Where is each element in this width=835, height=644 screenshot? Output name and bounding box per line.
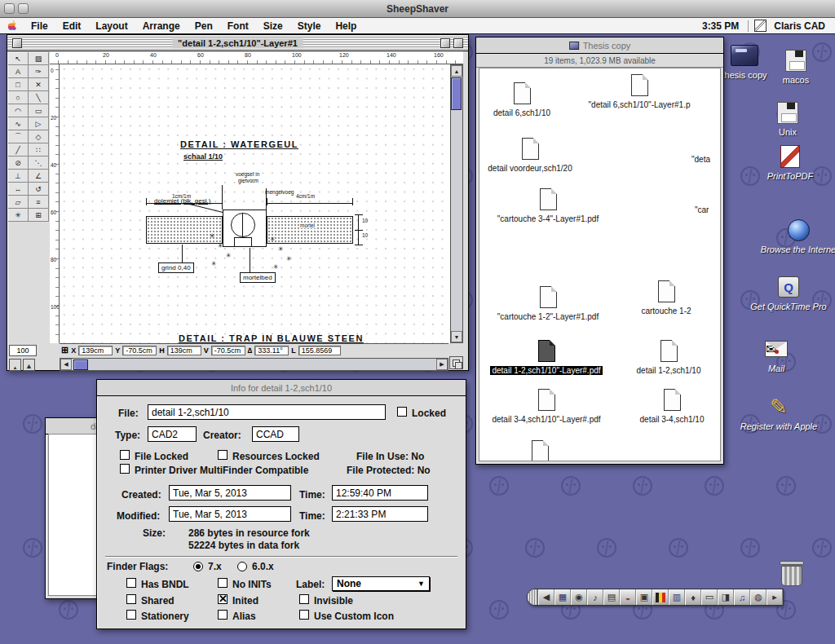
- document-icon[interactable]: [538, 389, 555, 411]
- menu-clock[interactable]: 3:35 PM: [699, 20, 742, 32]
- cad-tool-icon-4[interactable]: □: [8, 78, 29, 91]
- horizontal-scrollbar[interactable]: ◀ ▶: [60, 358, 448, 371]
- file-label[interactable]: "cartouche 1-2"-Layer#1.pdf: [496, 312, 600, 321]
- desktop-icon-label[interactable]: Browse the Interne: [761, 245, 835, 254]
- control-strip-module-12[interactable]: ♫: [734, 589, 750, 605]
- cad-tool-icon-23[interactable]: ≡: [29, 196, 49, 209]
- desktop-icon-label[interactable]: Mail: [768, 364, 784, 373]
- cad-tool-icon-17[interactable]: ⋱: [29, 157, 49, 170]
- file-label[interactable]: cartouche 1-2: [639, 307, 692, 315]
- shared-checkbox[interactable]: [126, 594, 136, 604]
- control-strip-handle[interactable]: [528, 589, 538, 605]
- has-bndl-checkbox[interactable]: [126, 578, 136, 588]
- application-switcher-icon[interactable]: [754, 20, 767, 32]
- file-label[interactable]: detail 6,sch1/10: [492, 108, 552, 117]
- control-strip-module-13[interactable]: ◍: [750, 589, 767, 605]
- grow-box[interactable]: [449, 356, 463, 369]
- control-strip-module-1[interactable]: ▦: [554, 589, 571, 605]
- file-item[interactable]: "detail 6,sch1/10"-Layer#1.p: [578, 74, 700, 111]
- grid-icon[interactable]: ⊞: [61, 345, 68, 355]
- file-item[interactable]: detail 1-2,sch1/10: [607, 340, 721, 377]
- inited-checkbox[interactable]: [218, 594, 228, 604]
- scroll-up-arrow-icon[interactable]: ▲: [451, 65, 462, 77]
- document-icon[interactable]: [658, 280, 675, 302]
- scroll-left-arrow-icon[interactable]: ◀: [60, 359, 72, 370]
- cad-canvas[interactable]: DETAIL : WATERGEUL schaal 1/10 dolemiet …: [60, 64, 452, 343]
- desktop-icon-trash[interactable]: [747, 561, 835, 587]
- desktop-icon-macos[interactable]: macos: [751, 47, 835, 85]
- control-strip-module-14[interactable]: ▸: [767, 589, 783, 605]
- cad-tool-icon-1[interactable]: ▨: [29, 52, 49, 65]
- control-strip-module-0[interactable]: ◀: [538, 589, 554, 605]
- cad-tool-icon-15[interactable]: ∷: [29, 143, 49, 157]
- control-strip-module-2[interactable]: ◉: [571, 589, 587, 605]
- menu-file[interactable]: File: [24, 18, 55, 33]
- flags-7x-radio[interactable]: [193, 562, 203, 571]
- cad-tool-icon-6[interactable]: ○: [8, 91, 29, 104]
- file-label[interactable]: "detail 6,sch1/10"-Layer#1.p: [587, 100, 692, 109]
- emulator-titlebar[interactable]: SheepShaver: [0, 0, 835, 18]
- control-strip-module-8[interactable]: ▥: [669, 589, 685, 605]
- menu-font[interactable]: Font: [220, 18, 256, 33]
- cad-tool-icon-21[interactable]: ↺: [29, 183, 49, 196]
- cad-tool-icon-24[interactable]: ✳: [8, 209, 29, 222]
- file-item[interactable]: detail 6,sch1/10: [479, 82, 583, 119]
- desktop-icon-label[interactable]: Unix: [779, 127, 797, 137]
- cad-tool-icon-8[interactable]: ◠: [8, 104, 29, 117]
- zoom-out-button[interactable]: ▲: [9, 359, 21, 371]
- document-icon[interactable]: [540, 188, 557, 210]
- shell-minimize-button[interactable]: [18, 3, 29, 14]
- printer-driver-checkbox[interactable]: [120, 464, 130, 474]
- menu-pen[interactable]: Pen: [188, 18, 220, 33]
- cad-tool-icon-12[interactable]: ⌒: [8, 130, 29, 143]
- menu-arrange[interactable]: Arrange: [135, 18, 188, 33]
- document-icon[interactable]: [631, 74, 648, 96]
- file-item[interactable]: "cartouche 1-2"-Layer#1.pdf: [487, 286, 609, 323]
- mail-icon[interactable]: ✉: [765, 341, 788, 357]
- scroll-right-arrow-icon[interactable]: ▶: [436, 359, 448, 370]
- file-name-field[interactable]: detail 1-2,sch1/10: [148, 404, 386, 420]
- creator-field[interactable]: CCAD: [252, 426, 299, 442]
- control-strip-module-3[interactable]: ♪: [587, 589, 603, 605]
- vertical-scroll-thumb[interactable]: [451, 77, 462, 110]
- cad-tool-icon-0[interactable]: ↖: [8, 52, 29, 65]
- trash-icon[interactable]: [780, 561, 804, 587]
- zoom-in-button[interactable]: ▲: [23, 359, 35, 371]
- info-dialog-titlebar[interactable]: Info for detail 1-2,sch1/10: [97, 380, 466, 396]
- active-application-name[interactable]: Claris CAD: [771, 20, 828, 32]
- floppy-icon[interactable]: [777, 102, 798, 124]
- cad-tool-icon-14[interactable]: ╱: [8, 143, 29, 157]
- file-label[interactable]: "cartouche 3-4"-Layer#1.pdf: [496, 214, 600, 223]
- menu-layout[interactable]: Layout: [88, 18, 135, 33]
- cad-tool-icon-10[interactable]: ∿: [8, 117, 29, 130]
- document-icon[interactable]: [538, 340, 555, 362]
- cad-tool-icon-13[interactable]: ◇: [29, 130, 49, 143]
- resources-locked-checkbox[interactable]: [218, 450, 228, 460]
- file-label[interactable]: "car: [693, 205, 710, 214]
- type-field[interactable]: CAD2: [148, 426, 197, 442]
- desktop-icon-label[interactable]: PrintToPDF: [767, 171, 813, 181]
- stationery-checkbox[interactable]: [126, 610, 136, 620]
- file-item[interactable]: detail 3-4,sch1/10: [611, 389, 721, 426]
- document-icon[interactable]: [664, 389, 681, 411]
- menu-edit[interactable]: Edit: [55, 18, 89, 33]
- horizontal-scroll-thumb[interactable]: [73, 359, 88, 370]
- pdf-icon[interactable]: [780, 145, 800, 168]
- document-icon[interactable]: [540, 286, 557, 308]
- file-label[interactable]: detail 1-2,sch1/10"-Layer#.pdf: [490, 366, 602, 375]
- collapse-box-icon[interactable]: [453, 38, 463, 48]
- cad-tool-icon-19[interactable]: ∠: [29, 170, 49, 183]
- zoom-level[interactable]: 100: [9, 345, 37, 356]
- cad-tool-icon-3[interactable]: ✑: [29, 65, 49, 78]
- cad-tool-icon-5[interactable]: ✕: [29, 78, 49, 91]
- finder-content[interactable]: detail 6,sch1/10"detail 6,sch1/10"-Layer…: [479, 68, 721, 461]
- control-strip-module-9[interactable]: ♦: [685, 589, 701, 605]
- desktop-icon-label[interactable]: macos: [783, 75, 809, 85]
- control-strip-module-10[interactable]: ▭: [701, 589, 718, 605]
- file-item[interactable]: [479, 440, 601, 461]
- menu-help[interactable]: Help: [328, 18, 364, 33]
- cad-tool-icon-2[interactable]: A: [8, 65, 29, 78]
- control-strip-module-6[interactable]: ▣: [636, 589, 652, 605]
- menu-style[interactable]: Style: [290, 18, 329, 33]
- file-label[interactable]: detail 3-4,sch1/10"-Layer#.pdf: [490, 415, 602, 424]
